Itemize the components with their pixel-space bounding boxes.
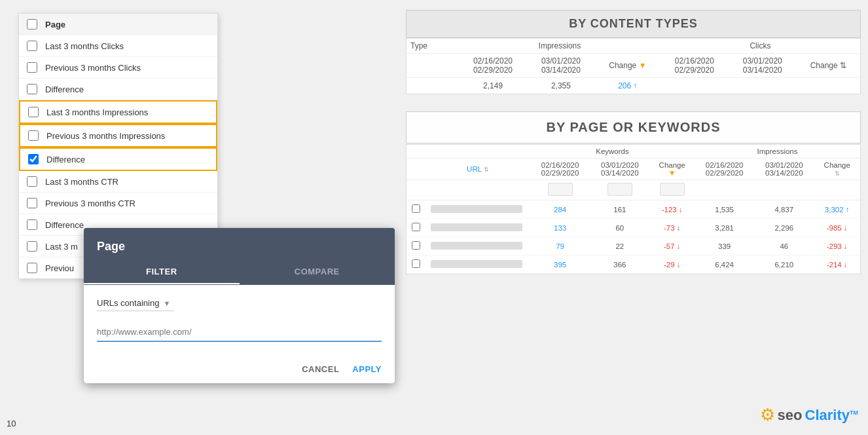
checkbox-last3clicks[interactable] xyxy=(27,41,37,51)
checkbox-label-diff2: Difference xyxy=(46,155,85,164)
checkbox-diff2[interactable] xyxy=(28,154,39,164)
kw-change-header: Change ▼ xyxy=(649,159,695,180)
modal-actions: CANCEL APPLY xyxy=(84,355,395,383)
row-checkbox[interactable] xyxy=(412,223,420,231)
input-box-2[interactable] xyxy=(590,180,649,200)
kw-sort-icon[interactable]: ▼ xyxy=(668,169,676,177)
imp-date1-header: 02/16/2020 02/29/2020 xyxy=(695,159,754,180)
imp2-cell: 2,296 xyxy=(754,219,814,237)
row-checkbox-cell[interactable] xyxy=(407,219,425,237)
kw-change-cell: -73 ↓ xyxy=(649,219,695,237)
checkbox-label-prev3clicks: Previous 3 months Clicks xyxy=(45,63,141,73)
table-row: 79 22 -57 ↓ 339 46 -293 ↓ xyxy=(407,237,860,255)
kw2-cell: 22 xyxy=(590,237,649,255)
empty-th1 xyxy=(407,180,425,200)
logo-clarity-text: ClarityTM xyxy=(805,407,858,424)
row-checkbox-cell[interactable] xyxy=(407,237,425,255)
click-change-header: Change ⇅ xyxy=(797,54,860,78)
checkbox-last3ctr[interactable] xyxy=(27,176,37,187)
tab-compare[interactable]: COMPARE xyxy=(240,260,395,284)
input-box-3[interactable] xyxy=(649,180,695,200)
checkbox-col-header xyxy=(407,145,425,159)
checkbox-last3impressions[interactable] xyxy=(28,107,39,117)
change-sort-icon[interactable]: ▼ xyxy=(639,61,647,70)
url-col-header xyxy=(425,145,530,159)
click-change-cell xyxy=(797,78,860,94)
kw-date1-header: 02/16/2020 02/29/2020 xyxy=(530,159,590,180)
imp-change-header-pkw: Change ⇅ xyxy=(814,159,860,180)
checkbox-label-diff1: Difference xyxy=(45,85,84,94)
checkbox-item-prev3ctr[interactable]: Previous 3 months CTR xyxy=(19,193,217,214)
right-section: BY CONTENT TYPES Type Impressions Clicks… xyxy=(406,10,861,94)
click2-cell xyxy=(729,78,797,94)
logo-gear-icon: ⚙ xyxy=(760,405,775,425)
checkbox-label-last3ctr: Last 3 months CTR xyxy=(45,177,118,187)
filter-url-input[interactable] xyxy=(97,323,382,342)
row-checkbox[interactable] xyxy=(412,204,420,213)
modal-body: URLs containing ▼ xyxy=(84,285,395,355)
type-cell xyxy=(407,78,459,94)
filter-type-select[interactable]: URLs containing ▼ xyxy=(97,298,174,311)
url-sort-icon[interactable]: ⇅ xyxy=(484,166,489,173)
url-label[interactable]: URL xyxy=(467,165,482,173)
checkbox-diff3[interactable] xyxy=(27,219,37,230)
checkbox-item-last3impressions[interactable]: Last 3 months Impressions xyxy=(19,100,217,124)
checkbox-item-diff1[interactable]: Difference xyxy=(19,79,217,100)
kw1-cell: 284 xyxy=(530,200,590,219)
row-checkbox[interactable] xyxy=(412,259,420,268)
url-cell xyxy=(425,255,530,274)
row-checkbox-cell[interactable] xyxy=(407,200,425,219)
input-box-1[interactable] xyxy=(530,180,590,200)
checkbox-item-prev3impressions[interactable]: Previous 3 months Impressions xyxy=(19,124,217,147)
checkbox-prev3impressions[interactable] xyxy=(28,130,39,141)
tab-filter[interactable]: FILTER xyxy=(84,260,240,284)
click-date1: 02/16/2020 02/29/2020 xyxy=(660,54,729,78)
page-keywords-table: Keywords Impressions URL ⇅ 02/16/2020 02… xyxy=(407,145,860,274)
kw2-cell: 60 xyxy=(590,219,649,237)
kw-group-header: Keywords xyxy=(530,145,695,159)
cancel-button[interactable]: CANCEL xyxy=(302,364,339,374)
checkbox-item-last3ctr[interactable]: Last 3 months CTR xyxy=(19,171,217,193)
checkbox-last3x[interactable] xyxy=(27,241,37,252)
click-sort-icon[interactable]: ⇅ xyxy=(840,61,846,70)
checkbox-label-diff3: Difference xyxy=(45,220,84,230)
empty-th3 xyxy=(695,180,754,200)
imp1-cell: 1,535 xyxy=(695,200,754,219)
checkbox-prev3ctr[interactable] xyxy=(27,198,37,208)
imp2-cell: 6,210 xyxy=(754,255,814,274)
kw-change-cell: -29 ↓ xyxy=(649,255,695,274)
checkbox-prev3clicks[interactable] xyxy=(27,62,37,73)
checkbox-item-last3clicks[interactable]: Last 3 months Clicks xyxy=(19,35,217,57)
content-types-header: BY CONTENT TYPES xyxy=(406,10,861,38)
filter-type-value: URLs containing xyxy=(97,298,159,308)
apply-button[interactable]: APPLY xyxy=(352,364,382,374)
dropdown-arrow-icon: ▼ xyxy=(163,299,170,307)
checkbox-label-page: Page xyxy=(45,20,65,29)
table-row: 284 161 -123 ↓ 1,535 4,837 3,302 ↑ xyxy=(407,200,860,219)
page-filter-modal: Page FILTER COMPARE URLs containing ▼ CA… xyxy=(84,228,395,383)
checkbox-prev3x[interactable] xyxy=(27,263,37,273)
filter-row: URLs containing ▼ xyxy=(97,298,382,311)
checkbox-page[interactable] xyxy=(27,19,37,29)
arrow-up-icon xyxy=(634,81,638,90)
modal-title: Page xyxy=(84,228,395,260)
checkbox-item-page[interactable]: Page xyxy=(19,14,217,35)
imp-change-cell: -214 ↓ xyxy=(814,255,860,274)
impressions-group-header: Impressions xyxy=(459,39,660,54)
imp2-cell: 2,355 xyxy=(527,78,595,94)
kw-date2-header: 03/01/2020 03/14/2020 xyxy=(590,159,649,180)
imp-sort-icon[interactable]: ⇅ xyxy=(835,170,840,177)
checkbox-label-prev3ctr: Previous 3 months CTR xyxy=(45,199,136,208)
kw-change-cell: -123 ↓ xyxy=(649,200,695,219)
row-checkbox-cell[interactable] xyxy=(407,255,425,274)
logo-seo-text: seo xyxy=(778,407,803,424)
click1-cell xyxy=(660,78,729,94)
imp-change-value: 206 xyxy=(618,81,631,90)
blurred-url xyxy=(431,260,522,268)
checkbox-item-prev3clicks[interactable]: Previous 3 months Clicks xyxy=(19,57,217,79)
checkbox-item-diff2[interactable]: Difference xyxy=(19,147,217,171)
checkbox-diff1[interactable] xyxy=(27,84,37,94)
imp1-cell: 2,149 xyxy=(459,78,527,94)
row-checkbox[interactable] xyxy=(412,241,420,250)
checkbox-label-last3x: Last 3 m xyxy=(45,242,78,252)
